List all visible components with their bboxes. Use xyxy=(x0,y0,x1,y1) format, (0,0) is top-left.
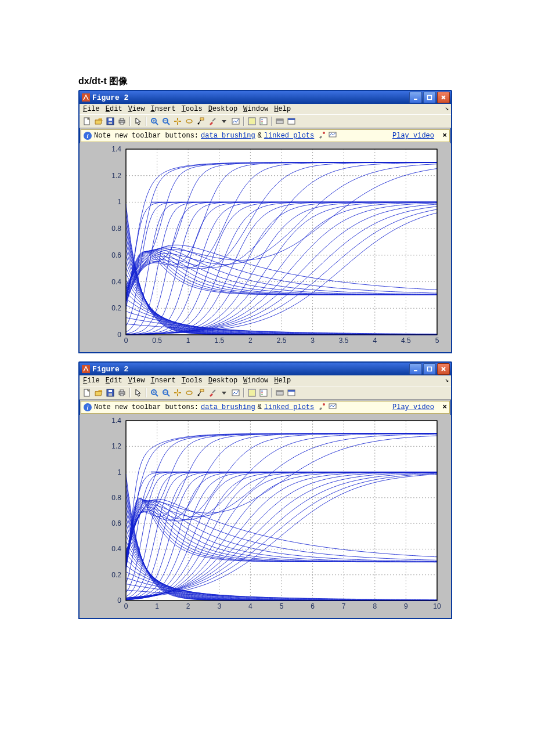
pointer-icon[interactable] xyxy=(133,388,143,398)
dropdown-icon[interactable] xyxy=(219,116,229,126)
close-button[interactable] xyxy=(437,92,450,103)
menu-window[interactable]: Window xyxy=(243,105,268,113)
svg-text:0: 0 xyxy=(117,596,121,605)
save-icon[interactable] xyxy=(105,388,116,398)
link-play-video[interactable]: Play video xyxy=(392,403,434,411)
menu-edit[interactable]: Edit xyxy=(106,377,122,385)
rotate3d-icon[interactable] xyxy=(184,116,194,126)
svg-text:3: 3 xyxy=(217,602,221,610)
menubar: FileEditViewInsertToolsDesktopWindowHelp… xyxy=(80,104,451,114)
toolbar-separator xyxy=(146,117,147,126)
rotate3d-icon[interactable] xyxy=(184,388,194,398)
toolbar xyxy=(80,386,451,400)
titlebar[interactable]: Figure 2 xyxy=(80,91,451,104)
menu-edit[interactable]: Edit xyxy=(106,105,122,113)
menu-window[interactable]: Window xyxy=(243,377,268,385)
menu-desktop[interactable]: Desktop xyxy=(208,377,237,385)
link-plot-icon[interactable] xyxy=(230,388,241,398)
new-file-icon[interactable] xyxy=(82,116,92,126)
new-file-icon[interactable] xyxy=(82,388,92,398)
save-icon[interactable] xyxy=(105,116,116,126)
toolbar-separator xyxy=(271,388,272,397)
info-icon: i xyxy=(84,403,92,411)
zoom-out-icon[interactable] xyxy=(161,116,171,126)
open-file-icon[interactable] xyxy=(93,388,104,398)
dropdown-icon[interactable] xyxy=(219,388,229,398)
info-text: Note new toolbar buttons: xyxy=(94,132,199,140)
svg-text:0.6: 0.6 xyxy=(111,519,121,527)
print-icon[interactable] xyxy=(117,116,127,126)
menu-file[interactable]: File xyxy=(83,377,100,385)
pan-icon[interactable] xyxy=(172,116,183,126)
svg-text:8: 8 xyxy=(373,602,377,610)
dock-icon[interactable] xyxy=(286,116,297,126)
link-linked-plots[interactable]: linked plots xyxy=(264,403,314,411)
zoom-in-icon[interactable] xyxy=(149,388,160,398)
legend-icon[interactable] xyxy=(258,388,269,398)
link-play-video[interactable]: Play video xyxy=(392,132,434,140)
svg-line-22 xyxy=(212,118,215,121)
svg-text:7: 7 xyxy=(342,602,346,610)
pan-icon[interactable] xyxy=(172,388,183,398)
plot-canvas[interactable]: 01234567891000.20.40.60.811.21.4 xyxy=(80,415,451,618)
toolbar-separator xyxy=(243,117,244,126)
info-amp: & xyxy=(258,132,262,140)
info-close-icon[interactable]: × xyxy=(442,131,447,140)
print-icon[interactable] xyxy=(117,388,127,398)
toolbar-separator xyxy=(146,388,147,397)
minimize-button[interactable] xyxy=(409,92,422,103)
pointer-icon[interactable] xyxy=(133,116,143,126)
info-amp: & xyxy=(258,403,262,411)
svg-text:0: 0 xyxy=(124,602,128,610)
menu-view[interactable]: View xyxy=(128,105,145,113)
svg-text:1: 1 xyxy=(186,337,190,345)
info-close-icon[interactable]: × xyxy=(442,403,447,411)
hide-tools-icon[interactable] xyxy=(275,388,285,398)
minimize-button[interactable] xyxy=(409,363,422,375)
menu-help[interactable]: Help xyxy=(274,105,291,113)
plot-canvas[interactable]: 00.511.522.533.544.5500.20.40.60.811.21.… xyxy=(80,143,451,352)
svg-text:4: 4 xyxy=(248,602,252,610)
link-data-brushing[interactable]: data brushing xyxy=(201,132,255,140)
svg-text:0.8: 0.8 xyxy=(111,225,121,233)
brush-icon[interactable] xyxy=(207,388,218,398)
close-button[interactable] xyxy=(437,363,450,375)
brush-icon[interactable] xyxy=(207,116,218,126)
data-cursor-icon[interactable] xyxy=(196,388,206,398)
menu-desktop[interactable]: Desktop xyxy=(208,105,237,113)
svg-line-86 xyxy=(156,394,158,396)
svg-text:0.6: 0.6 xyxy=(111,251,121,259)
maximize-button[interactable] xyxy=(423,92,436,103)
toolbar-separator xyxy=(243,388,244,397)
link-linked-plots[interactable]: linked plots xyxy=(264,132,314,140)
dock-toggle-icon[interactable]: ↘ xyxy=(445,376,449,384)
info-icon: i xyxy=(84,132,92,140)
svg-line-12 xyxy=(156,122,158,125)
titlebar[interactable]: Figure 2 xyxy=(80,363,451,375)
menu-view[interactable]: View xyxy=(128,377,145,385)
menu-help[interactable]: Help xyxy=(274,377,291,385)
zoom-in-icon[interactable] xyxy=(149,116,160,126)
info-bar: i Note new toolbar buttons: data brushin… xyxy=(81,401,450,414)
dock-toggle-icon[interactable]: ↘ xyxy=(445,104,449,112)
link-plot-icon[interactable] xyxy=(230,116,241,126)
menu-tools[interactable]: Tools xyxy=(182,377,203,385)
menu-insert[interactable]: Insert xyxy=(150,105,175,113)
menubar: FileEditViewInsertToolsDesktopWindowHelp… xyxy=(80,375,451,386)
colorbar-icon[interactable] xyxy=(247,116,257,126)
menu-insert[interactable]: Insert xyxy=(150,377,175,385)
data-cursor-icon[interactable] xyxy=(196,116,206,126)
zoom-out-icon[interactable] xyxy=(161,388,171,398)
menu-tools[interactable]: Tools xyxy=(182,105,203,113)
hide-tools-icon[interactable] xyxy=(275,116,285,126)
maximize-button[interactable] xyxy=(423,363,436,375)
colorbar-icon[interactable] xyxy=(247,388,257,398)
svg-point-108 xyxy=(323,403,325,406)
link-data-brushing[interactable]: data brushing xyxy=(201,403,255,411)
menu-file[interactable]: File xyxy=(83,105,100,113)
svg-rect-26 xyxy=(260,118,267,125)
legend-icon[interactable] xyxy=(258,116,269,126)
dock-icon[interactable] xyxy=(286,388,297,398)
open-file-icon[interactable] xyxy=(93,116,104,126)
svg-text:1.2: 1.2 xyxy=(111,442,121,450)
